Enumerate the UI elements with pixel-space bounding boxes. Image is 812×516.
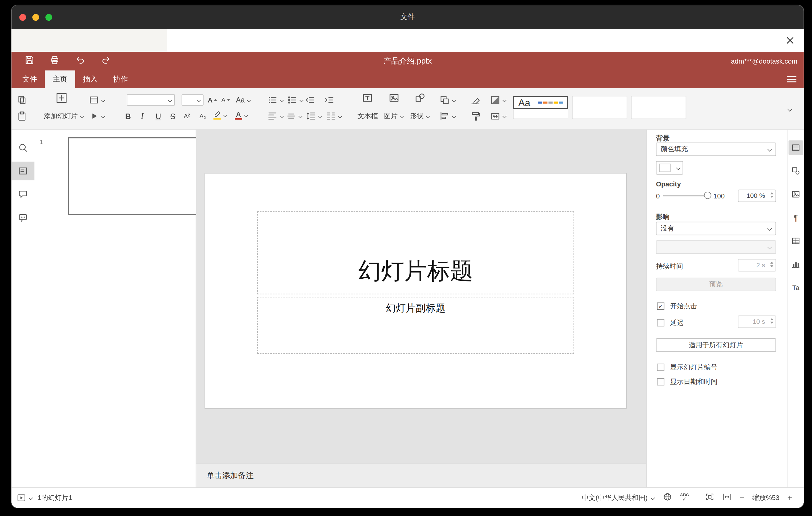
theme-option-selected[interactable]: Aa — [513, 96, 568, 110]
fit-width-button[interactable] — [723, 492, 732, 503]
superscript-button[interactable]: A² — [183, 111, 190, 122]
insert-textbox-button[interactable] — [361, 92, 373, 104]
zoom-in-button[interactable]: + — [787, 493, 792, 502]
slides-panel-button[interactable] — [11, 162, 34, 180]
editor-canvas[interactable]: 幻灯片标题 幻灯片副标题 单击添加备注 — [196, 130, 646, 487]
fit-slide-button[interactable] — [705, 492, 715, 503]
italic-button[interactable]: I — [141, 111, 143, 122]
columns-button[interactable] — [326, 111, 342, 122]
opacity-slider-track[interactable] — [663, 195, 708, 196]
notes-area[interactable]: 单击添加备注 — [196, 463, 646, 487]
strikeout-button[interactable]: S — [170, 111, 175, 122]
effect-type-select[interactable] — [656, 240, 776, 254]
close-window-button[interactable] — [20, 13, 26, 20]
slide-settings-button[interactable] — [788, 140, 803, 155]
start-slideshow-button[interactable] — [89, 111, 105, 122]
language-select[interactable]: 中文(中华人民共和国) — [582, 493, 655, 502]
show-slide-number-checkbox[interactable] — [657, 364, 665, 371]
background-color-picker[interactable] — [656, 161, 683, 175]
feedback-button[interactable] — [11, 208, 34, 227]
zoom-window-button[interactable] — [45, 13, 52, 20]
font-size-select[interactable] — [182, 94, 204, 106]
bullet-list-button[interactable] — [267, 94, 283, 106]
theme-option-3[interactable] — [631, 96, 686, 119]
theme-option-2[interactable] — [572, 96, 627, 119]
spin-down-icon[interactable] — [770, 265, 774, 267]
tab-home[interactable]: 主页 — [45, 70, 75, 88]
shape-settings-button[interactable] — [788, 164, 803, 178]
apply-to-all-button[interactable]: 适用于所有幻灯片 — [656, 338, 776, 352]
image-settings-button[interactable] — [788, 187, 803, 202]
font-color-button[interactable]: A — [235, 109, 248, 121]
highlight-color-button[interactable] — [213, 109, 227, 121]
hamburger-menu-button[interactable] — [787, 76, 796, 82]
increase-indent-button[interactable] — [324, 94, 335, 106]
table-settings-button[interactable] — [788, 234, 803, 248]
comments-button[interactable] — [11, 185, 34, 203]
numbered-list-button[interactable] — [287, 94, 303, 106]
insert-shape-button[interactable] — [414, 92, 426, 104]
document-language-button[interactable] — [663, 492, 672, 503]
zoom-level[interactable]: 缩放%53 — [752, 493, 780, 502]
spin-up-icon[interactable] — [770, 262, 774, 264]
text-art-settings-button[interactable]: Ta — [788, 280, 803, 295]
save-button[interactable] — [24, 55, 34, 67]
print-button[interactable] — [50, 55, 60, 67]
spin-down-icon[interactable] — [770, 322, 774, 324]
change-case-button[interactable]: Aa — [236, 94, 251, 106]
background-fill-select[interactable]: 颜色填充 — [656, 143, 776, 156]
spin-up-icon[interactable] — [770, 318, 774, 320]
tab-collaboration[interactable]: 协作 — [106, 70, 136, 88]
copy-style-button[interactable] — [470, 111, 481, 122]
spin-arrows[interactable] — [770, 318, 774, 324]
line-spacing-button[interactable] — [306, 111, 322, 122]
search-button[interactable] — [11, 138, 34, 157]
show-date-time-checkbox[interactable] — [657, 378, 665, 385]
shape-fill-button[interactable] — [490, 94, 506, 106]
insert-image-button[interactable] — [388, 92, 400, 104]
duration-spinbox[interactable]: 2 s — [738, 259, 776, 271]
horizontal-align-button[interactable] — [267, 111, 283, 122]
spin-arrows[interactable] — [770, 192, 774, 198]
add-slide-dropdown[interactable]: 添加幻灯片 — [44, 111, 84, 122]
paste-button[interactable] — [17, 111, 27, 122]
slide-thumbnail[interactable] — [68, 137, 207, 215]
delay-checkbox[interactable] — [657, 319, 665, 326]
toolbar-expand-button[interactable] — [787, 104, 791, 115]
increase-font-button[interactable]: A — [208, 94, 217, 106]
underline-button[interactable]: U — [155, 111, 161, 122]
tab-insert[interactable]: 插入 — [75, 70, 106, 88]
decrease-indent-button[interactable] — [305, 94, 315, 106]
paragraph-settings-button[interactable]: ¶ — [788, 210, 803, 225]
minimize-window-button[interactable] — [32, 13, 39, 20]
preview-button[interactable]: 预览 — [656, 278, 776, 291]
zoom-out-button[interactable]: − — [740, 493, 745, 502]
slide-layout-button[interactable] — [89, 94, 105, 106]
chart-settings-button[interactable] — [788, 257, 803, 271]
tab-file[interactable]: 文件 — [14, 70, 45, 88]
title-placeholder[interactable]: 幻灯片标题 — [257, 211, 574, 294]
close-editor-button[interactable] — [782, 32, 799, 49]
add-slide-button[interactable] — [55, 92, 68, 104]
start-slideshow-statusbar-button[interactable] — [17, 493, 32, 502]
copy-button[interactable] — [17, 94, 27, 106]
subscript-button[interactable]: A₂ — [199, 111, 206, 122]
spellcheck-button[interactable]: ABC✓ — [680, 493, 689, 502]
undo-button[interactable] — [75, 55, 86, 67]
effect-select[interactable]: 没有 — [656, 222, 776, 235]
font-name-select[interactable] — [127, 94, 175, 106]
start-on-click-checkbox[interactable]: ✓ — [657, 303, 665, 310]
vertical-align-button[interactable] — [286, 111, 302, 122]
arrange-shapes-button[interactable] — [439, 94, 455, 106]
opacity-slider-handle[interactable] — [704, 192, 712, 199]
redo-button[interactable] — [100, 55, 111, 67]
spin-up-icon[interactable] — [770, 192, 774, 194]
subtitle-placeholder[interactable]: 幻灯片副标题 — [257, 297, 574, 354]
delay-spinbox[interactable]: 10 s — [738, 315, 776, 328]
slide-size-button[interactable] — [490, 111, 506, 122]
spin-arrows[interactable] — [770, 262, 774, 267]
slide-surface[interactable]: 幻灯片标题 幻灯片副标题 — [205, 173, 626, 408]
insert-shape-dropdown[interactable]: 形状 — [410, 111, 430, 122]
insert-image-dropdown[interactable]: 图片 — [384, 111, 404, 122]
clear-style-button[interactable] — [470, 94, 481, 106]
